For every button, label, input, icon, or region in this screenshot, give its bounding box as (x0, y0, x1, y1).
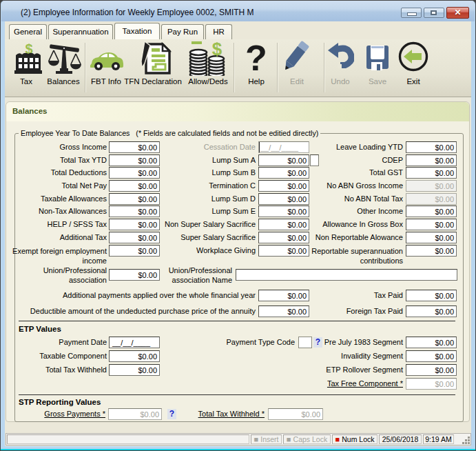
svg-text:$: $ (212, 40, 223, 59)
